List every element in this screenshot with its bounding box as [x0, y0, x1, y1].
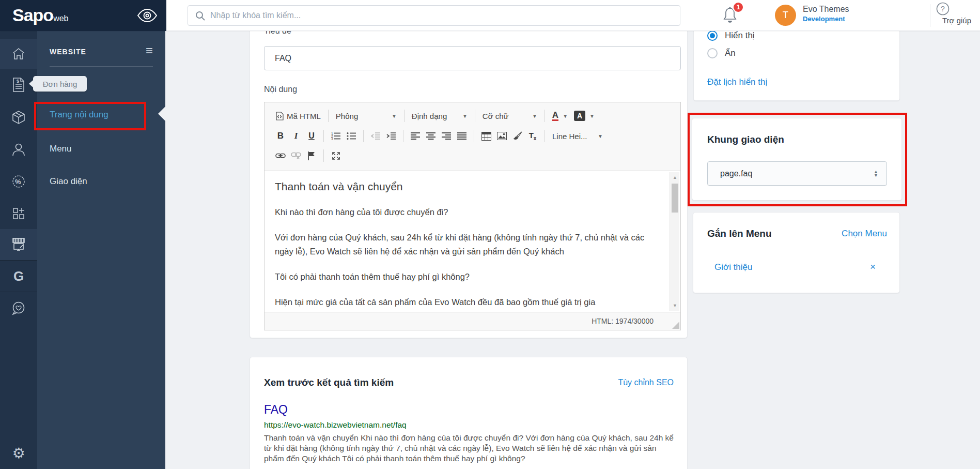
- radio-show-row[interactable]: Hiển thị: [707, 31, 755, 41]
- ordered-list-button[interactable]: 1 2 3: [328, 128, 344, 144]
- customize-seo-link[interactable]: Tùy chỉnh SEO: [575, 378, 674, 387]
- choose-menu-link[interactable]: Chọn Menu: [812, 229, 887, 239]
- remove-format-button[interactable]: Tx: [525, 128, 540, 144]
- search-input[interactable]: Nhập từ khóa tìm kiếm...: [188, 5, 680, 26]
- attached-menu-item-link[interactable]: Giới thiệu: [714, 262, 753, 273]
- remove-link-button[interactable]: [288, 148, 304, 163]
- radio-show[interactable]: [707, 31, 718, 41]
- sidebar-item-products[interactable]: [0, 102, 37, 132]
- sidebar-item-menu[interactable]: Menu: [50, 144, 72, 154]
- indent-button[interactable]: [383, 128, 399, 144]
- sidebar-item-google[interactable]: G: [0, 260, 37, 292]
- align-right-button[interactable]: [439, 128, 454, 144]
- html-char-count: HTML: 1974/30000: [592, 317, 654, 325]
- svg-text:?: ?: [941, 5, 945, 13]
- scroll-down-icon[interactable]: ▼: [670, 301, 680, 310]
- line-height-dropdown[interactable]: Line Hei... ▼: [549, 130, 606, 143]
- sapo-logo[interactable]: Sapoweb: [12, 5, 68, 25]
- google-g-icon: G: [13, 268, 24, 284]
- scrollbar-thumb[interactable]: [672, 184, 678, 213]
- tooltip-arrow: [29, 80, 33, 87]
- outdent-button[interactable]: [368, 128, 383, 144]
- unlink-icon: [291, 152, 301, 159]
- editor-paragraph: Khi nào thì đơn hàng của tôi được chuyển…: [275, 205, 657, 219]
- scroll-up-icon[interactable]: ▲: [670, 173, 680, 181]
- align-center-button[interactable]: [423, 128, 439, 144]
- background-color-icon: A: [574, 111, 585, 121]
- resize-grip[interactable]: [672, 322, 679, 329]
- toolbar-row-3: [273, 146, 679, 165]
- maximize-button[interactable]: [328, 148, 344, 163]
- search-placeholder: Nhập từ khóa tìm kiếm...: [210, 11, 301, 20]
- sidebar-item-themes[interactable]: Giao diện: [50, 176, 87, 187]
- background-color-button[interactable]: A ▼: [571, 109, 598, 123]
- help-question-icon: ?: [936, 2, 977, 16]
- toolbar-row-2: B I U 1 2 3: [273, 126, 679, 146]
- help-button[interactable]: ? Trợ giúp: [936, 2, 977, 30]
- indent-icon: [386, 132, 396, 140]
- maximize-icon: [332, 152, 340, 160]
- align-left-button[interactable]: [408, 128, 423, 144]
- insert-table-button[interactable]: [478, 128, 494, 144]
- submenu-section-title: WEBSITE: [50, 48, 86, 56]
- svg-text:%: %: [15, 178, 21, 186]
- active-item-notch: [158, 107, 165, 121]
- text-color-button[interactable]: A ▼: [549, 109, 571, 123]
- seo-section-title: Xem trước kết quả tìm kiếm: [264, 377, 394, 388]
- home-icon: [11, 47, 26, 61]
- user-name[interactable]: Evo Themes: [803, 5, 849, 14]
- attach-menu-card: Gắn lên Menu Chọn Menu Giới thiệu ×: [693, 212, 900, 293]
- bold-button[interactable]: B: [273, 128, 288, 144]
- sidebar-item-discounts[interactable]: %: [0, 167, 37, 196]
- title-input[interactable]: FAQ: [264, 46, 681, 70]
- sidebar-item-website[interactable]: [0, 229, 37, 260]
- bullet-list-icon: [347, 132, 356, 140]
- italic-button[interactable]: I: [288, 128, 304, 144]
- hamburger-menu-icon[interactable]: ≡: [146, 44, 153, 57]
- avatar-initial: T: [783, 10, 788, 21]
- format-dropdown[interactable]: Định dạng ▼: [409, 110, 471, 123]
- view-site-eye-icon[interactable]: [137, 8, 158, 23]
- sidebar: $ %: [0, 0, 165, 469]
- align-justify-button[interactable]: [454, 128, 470, 144]
- insert-link-button[interactable]: [273, 148, 288, 163]
- html-source-button[interactable]: Mã HTML: [273, 110, 324, 123]
- editor-content-area[interactable]: Thanh toán và vận chuyển Khi nào thì đơn…: [265, 171, 680, 312]
- svg-text:3: 3: [331, 137, 333, 140]
- sidebar-item-feedback[interactable]: [0, 292, 37, 324]
- align-right-icon: [442, 132, 451, 140]
- ordered-list-icon: 1 2 3: [331, 132, 340, 140]
- paste-style-brush-button[interactable]: [509, 128, 525, 144]
- flag-icon: [307, 152, 316, 160]
- editor-paragraph: Hiện tại mức giá của tất cả sản phẩm của…: [275, 295, 657, 309]
- sidebar-item-customers[interactable]: [0, 134, 37, 164]
- sidebar-item-settings[interactable]: ⚙: [0, 438, 37, 468]
- sidebar-item-apps[interactable]: [0, 199, 37, 229]
- line-height-label: Line Hei...: [552, 132, 587, 141]
- radio-hide-label: Ẩn: [725, 48, 736, 58]
- editor-scrollbar[interactable]: ▲ ▼: [670, 172, 679, 311]
- tooltip-label: Đơn hàng: [43, 80, 77, 88]
- toolbar-row-1: Mã HTML Phông ▼ Định dạng ▼ Cỡ chữ ▼: [273, 105, 679, 126]
- search-icon: [195, 11, 205, 21]
- insert-image-button[interactable]: [494, 128, 509, 144]
- editor-paragraph: Với đơn hàng của Quý khách, sau 24h kể t…: [275, 231, 657, 259]
- sidebar-item-home[interactable]: [0, 39, 37, 69]
- seo-result-title[interactable]: FAQ: [264, 403, 288, 417]
- remove-menu-item-icon[interactable]: ×: [870, 261, 876, 273]
- font-dropdown[interactable]: Phông ▼: [333, 110, 400, 123]
- notifications-button[interactable]: 1: [722, 6, 745, 27]
- underline-button[interactable]: U: [304, 128, 319, 144]
- storefront-icon: [10, 236, 27, 253]
- seo-result-description: Thanh toán và vận chuyển Khi nào thì đơn…: [264, 433, 675, 464]
- text-color-icon: A: [552, 111, 558, 121]
- anchor-flag-button[interactable]: [304, 148, 319, 163]
- radio-hide-row[interactable]: Ẩn: [707, 48, 736, 58]
- schedule-visibility-link[interactable]: Đặt lịch hiển thị: [707, 77, 767, 87]
- topbar-divider: [930, 4, 930, 27]
- font-size-dropdown[interactable]: Cỡ chữ ▼: [479, 110, 540, 123]
- font-size-dropdown-label: Cỡ chữ: [483, 112, 509, 120]
- avatar[interactable]: T: [775, 5, 796, 26]
- bullet-list-button[interactable]: [344, 128, 359, 144]
- radio-hide[interactable]: [707, 48, 718, 58]
